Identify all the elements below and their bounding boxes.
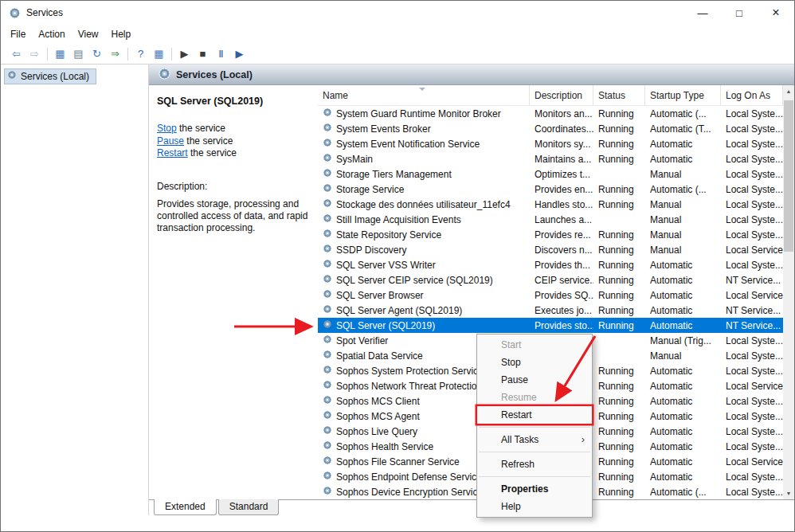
description-cell: Provides en...: [530, 182, 593, 197]
name-cell: SQL Server Agent (SQL2019): [318, 303, 530, 318]
description-cell: Provides th...: [530, 257, 593, 272]
startup-type-cell: Automatic: [645, 363, 721, 378]
service-gear-icon: [323, 380, 332, 392]
column-header-description[interactable]: Description: [530, 85, 593, 105]
table-row[interactable]: SQL Server CEIP service (SQL2019)CEIP se…: [318, 272, 783, 288]
pause-service-link[interactable]: Pause: [157, 135, 184, 147]
service-name-text: Spatial Data Service: [336, 350, 423, 362]
service-gear-icon: [323, 123, 332, 135]
menu-file[interactable]: File: [4, 26, 32, 42]
table-row[interactable]: SQL Server BrowserProvides SQ...RunningA…: [318, 288, 783, 303]
service-name-text: Sophos System Protection Service: [336, 366, 484, 377]
forward-icon[interactable]: ⇨: [25, 45, 44, 62]
extended-info-panel: SQL Server (SQL2019) Stop the servicePau…: [149, 85, 318, 499]
titlebar: Services — □ ×: [1, 1, 794, 25]
refresh-toolbar-icon[interactable]: ↻: [88, 45, 106, 62]
table-row[interactable]: SQL Server Agent (SQL2019)Executes jo...…: [318, 303, 783, 318]
menu-help[interactable]: Help: [105, 26, 138, 42]
properties-toolbar-icon[interactable]: ▤: [69, 45, 88, 62]
name-cell: State Repository Service: [318, 227, 530, 242]
service-name-text: Sophos Endpoint Defense Service: [336, 471, 482, 483]
show-console-tree-icon[interactable]: ▦: [51, 45, 69, 62]
context-menu-item-properties[interactable]: Properties: [477, 480, 592, 498]
name-cell: SQL Server (SQL2019): [318, 318, 530, 333]
minimize-button[interactable]: —: [684, 1, 721, 25]
context-menu-item-refresh[interactable]: Refresh: [477, 456, 592, 473]
vertical-scrollbar[interactable]: ▲ ▼: [783, 85, 794, 499]
startup-type-cell: Manual: [645, 212, 721, 227]
service-name-text: System Guard Runtime Monitor Broker: [336, 108, 501, 119]
tab-standard[interactable]: Standard: [218, 499, 280, 515]
scrollbar-track[interactable]: [783, 97, 794, 487]
column-header-label: Description: [535, 90, 582, 101]
back-icon[interactable]: ⇦: [7, 45, 25, 62]
menu-view[interactable]: View: [72, 26, 105, 42]
logon-cell: Local Service: [721, 454, 783, 469]
context-menu-item-help[interactable]: Help: [477, 498, 592, 515]
table-row[interactable]: System Event Notification ServiceMonitor…: [318, 136, 783, 151]
service-action-links: Stop the servicePause the serviceRestart…: [157, 123, 310, 160]
status-cell: Running: [593, 136, 645, 151]
scroll-up-icon[interactable]: ▲: [783, 85, 794, 97]
status-cell: Running: [593, 288, 645, 303]
start-service-icon[interactable]: ▶: [175, 45, 194, 62]
column-header-name[interactable]: Name: [318, 85, 530, 105]
scroll-down-icon[interactable]: ▼: [783, 487, 794, 499]
startup-type-cell: Automatic: [645, 439, 721, 454]
pause-service-icon[interactable]: Ⅱ: [212, 45, 230, 62]
logon-cell: NT Service...: [721, 272, 783, 288]
stop-service-icon[interactable]: ■: [194, 45, 212, 62]
close-button[interactable]: ×: [758, 1, 794, 25]
service-gear-icon: [323, 168, 332, 180]
context-menu-item-pause[interactable]: Pause: [477, 371, 592, 389]
table-row[interactable]: Storage Tiers ManagementOptimizes t...Ma…: [318, 166, 783, 182]
name-cell: Storage Service: [318, 182, 530, 197]
menu-action[interactable]: Action: [32, 26, 71, 42]
startup-type-cell: Automatic: [645, 378, 721, 393]
list-column-headers: NameDescriptionStatusStartup TypeLog On …: [318, 85, 783, 106]
table-row[interactable]: System Events BrokerCoordinates...Runnin…: [318, 121, 783, 136]
restart-service-icon[interactable]: ▶: [230, 45, 249, 62]
main-body: SQL Server (SQL2019) Stop the servicePau…: [149, 85, 794, 499]
column-header-startup-type[interactable]: Startup Type: [645, 85, 721, 105]
logon-cell: Local Service: [721, 242, 783, 257]
extended-view-icon[interactable]: ▦: [150, 45, 168, 62]
description-cell: Handles sto...: [530, 197, 593, 212]
help-toolbar-icon[interactable]: ?: [131, 45, 150, 62]
table-row[interactable]: System Guard Runtime Monitor BrokerMonit…: [318, 106, 783, 121]
description-cell: Provides SQ...: [530, 288, 593, 303]
startup-type-cell: Automatic (...: [645, 182, 721, 197]
main-panel: Services (Local) SQL Server (SQL2019) St…: [149, 65, 794, 515]
name-cell: Stockage des données utilisateur_11efc4: [318, 197, 530, 212]
tree-item-services-local[interactable]: Services (Local): [4, 68, 96, 84]
restart-service-link[interactable]: Restart: [157, 147, 188, 158]
table-row[interactable]: Stockage des données utilisateur_11efc4H…: [318, 197, 783, 212]
context-menu-item-all-tasks[interactable]: All Tasks›: [477, 431, 592, 448]
tab-extended[interactable]: Extended: [154, 499, 217, 515]
stop-service-link[interactable]: Stop: [157, 123, 177, 134]
table-row[interactable]: SSDP DiscoveryDiscovers n...RunningManua…: [318, 242, 783, 257]
tree-item-label: Services (Local): [21, 71, 89, 82]
service-gear-icon: [323, 440, 332, 452]
status-cell: Running: [593, 318, 645, 333]
export-list-icon[interactable]: ⇒: [106, 45, 124, 62]
column-header-status[interactable]: Status: [593, 85, 645, 105]
table-row[interactable]: SysMainMaintains a...RunningAutomaticLoc…: [318, 151, 783, 166]
table-row[interactable]: SQL Server (SQL2019)Provides sto...Runni…: [318, 318, 783, 333]
scrollbar-thumb[interactable]: [784, 100, 793, 252]
context-menu-separator: [479, 476, 590, 477]
column-header-label: Name: [323, 90, 348, 101]
table-row[interactable]: Still Image Acquisition EventsLaunches a…: [318, 212, 783, 227]
startup-type-cell: Automatic: [645, 288, 721, 303]
service-gear-icon: [323, 108, 332, 119]
context-menu-item-stop[interactable]: Stop: [477, 354, 592, 371]
table-row[interactable]: Storage ServiceProvides en...RunningAuto…: [318, 182, 783, 197]
startup-type-cell: Manual (Trig...: [645, 333, 721, 348]
context-menu-item-restart[interactable]: Restart: [477, 406, 592, 424]
table-row[interactable]: SQL Server VSS WriterProvides th...Runni…: [318, 257, 783, 272]
maximize-button[interactable]: □: [721, 1, 758, 25]
description-cell: Maintains a...: [530, 151, 593, 166]
table-row[interactable]: State Repository ServiceProvides re...Ru…: [318, 227, 783, 242]
column-header-log-on-as[interactable]: Log On As: [721, 85, 783, 105]
status-cell: Running: [593, 454, 645, 469]
